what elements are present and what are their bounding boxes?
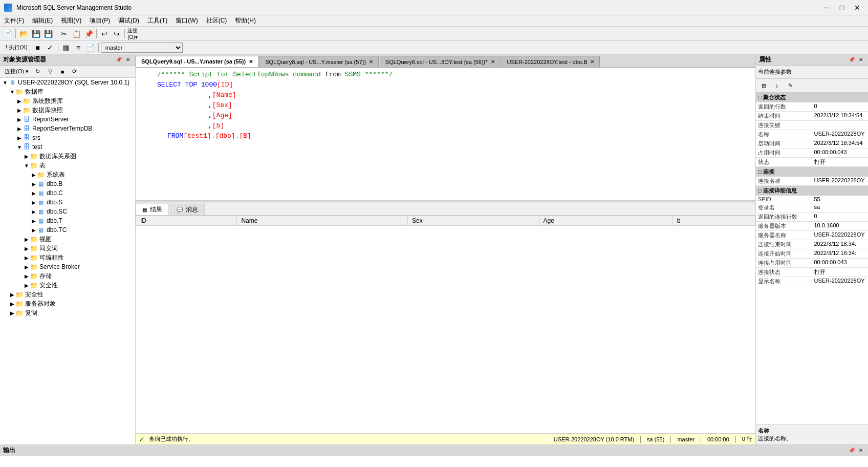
tree-views[interactable]: ▶ 📁 视图 [0,235,135,244]
menu-edit[interactable]: 编辑(E) [28,15,57,26]
save-all-button[interactable]: 💾 [42,28,54,39]
repl-toggle[interactable]: ▶ [9,310,15,316]
dbosc-toggle[interactable]: ▶ [31,208,37,215]
results-grid-button[interactable]: ▦ [60,42,72,53]
prop-sort-alpha-button[interactable]: ↕ [771,80,783,91]
tree-dbo-tc[interactable]: ▶ ▦ dbo.TC [0,225,135,235]
tree-dbdiagram[interactable]: ▶ 📁 数据库关系图 [0,152,135,161]
tree-reportservertempdb[interactable]: ▶ 🗄 ReportServerTempDB [0,124,135,133]
tree-dbo-b[interactable]: ▶ ▦ dbo.B [0,179,135,188]
test-toggle[interactable]: ▼ [16,144,23,150]
tabuser-close[interactable]: ✕ [590,59,594,65]
output-controls[interactable]: 📌 ✕ [848,447,865,455]
syn-toggle[interactable]: ▶ [24,245,30,251]
tree-storage[interactable]: ▶ 📁 存储 [0,271,135,281]
oe-refresh-button[interactable]: ↻ [32,66,44,77]
tree-replication[interactable]: ▶ 📁 复制 [0,308,135,317]
oe-connect-button[interactable]: 连接(O) ▾ [2,67,31,77]
close-button[interactable]: ✕ [851,3,864,13]
dbob-toggle[interactable]: ▶ [31,181,37,187]
title-bar-controls[interactable]: ─ □ ✕ [820,3,864,13]
cut-button[interactable]: ✂ [58,28,70,39]
tree-synonyms[interactable]: ▶ 📁 同义词 [0,244,135,253]
open-button[interactable]: 📂 [18,28,29,39]
query-editor[interactable]: /****** Script for SelectTopNRows comman… [136,68,755,201]
oe-filter-button[interactable]: ▽ [45,66,56,77]
tree-system-db[interactable]: ▶ 📁 系统数据库 [0,96,135,105]
database-selector[interactable]: master test [101,43,183,53]
stor-toggle[interactable]: ▶ [24,273,30,279]
oe-stop-button[interactable]: ■ [57,66,68,77]
srs-toggle[interactable]: ▶ [16,135,23,141]
menu-debug[interactable]: 调试(D) [114,15,143,26]
save-button[interactable]: 💾 [30,28,41,39]
tree-databases-folder[interactable]: ▼ 📁 数据库 [0,87,135,96]
systbl-toggle[interactable]: ▶ [31,172,37,178]
prop-custom-button[interactable]: ✎ [785,80,796,91]
parse-button[interactable]: ✓ [45,42,56,53]
sysdb-toggle[interactable]: ▶ [16,98,23,104]
results-tab[interactable]: ▦ 结果 [136,204,169,215]
panel-close-button[interactable]: ✕ [124,56,132,64]
tree-server-objects[interactable]: ▶ 📁 服务器对象 [0,299,135,308]
tree-programmability[interactable]: ▶ 📁 可编程性 [0,253,135,262]
tree-reportserver[interactable]: ▶ 🗄 ReportServer [0,115,135,124]
tree-dbo-sc[interactable]: ▶ ▦ dbo.SC [0,207,135,216]
pin-button[interactable]: 📌 [115,56,123,64]
redo-button[interactable]: ↪ [111,28,122,39]
srvobj-toggle[interactable]: ▶ [9,301,15,307]
tree-sys-tables[interactable]: ▶ 📁 系统表 [0,170,135,179]
menu-window[interactable]: 窗口(W) [171,15,202,26]
tree-dbo-c[interactable]: ▶ ▦ dbo.C [0,188,135,198]
undo-button[interactable]: ↩ [99,28,110,39]
views-toggle[interactable]: ▶ [24,236,30,242]
panel-header-controls[interactable]: 📌 ✕ [115,56,132,64]
tab-user[interactable]: USER-20220228OY.test - dbo.B ✕ [502,56,600,67]
secsub-toggle[interactable]: ▶ [24,282,30,288]
menu-file[interactable]: 文件(F) [0,15,28,26]
menu-community[interactable]: 社区(C) [202,15,231,26]
tree-security-sub[interactable]: ▶ 📁 安全性 [0,281,135,290]
tree-test-db[interactable]: ▼ 🗄 test [0,142,135,152]
tab-query8[interactable]: SQLQuery8.sql - US...Y.master (sa (57)) … [259,56,379,67]
prop-close-button[interactable]: ✕ [857,56,865,64]
tree-security-top[interactable]: ▶ 📁 安全性 [0,290,135,299]
tree-db-snapshot[interactable]: ▶ 📁 数据库快照 [0,105,135,115]
dboc-toggle[interactable]: ▶ [31,190,37,196]
menu-project[interactable]: 项目(P) [85,15,114,26]
tab-query9[interactable]: SQLQuery9.sql - US...Y.master (sa (55)) … [136,56,258,67]
tree-server-node[interactable]: ▼ 🖥 USER-20220228OY (SQL Server 10.0.1) [0,78,135,87]
tree-dbo-t[interactable]: ▶ ▦ dbo.T [0,216,135,225]
menu-tools[interactable]: 工具(T) [143,15,171,26]
tab6-close[interactable]: ✕ [491,59,495,65]
tree-tables-folder[interactable]: ▼ 📁 表 [0,161,135,170]
tree-srs[interactable]: ▶ 🗄 srs [0,133,135,142]
sb-toggle[interactable]: ▶ [24,264,30,270]
messages-tab[interactable]: 💬 消息 [170,204,205,215]
connect-button[interactable]: 连接(O)▾ [127,28,138,39]
server-toggle[interactable]: ▼ [2,79,8,86]
tree-dbo-s[interactable]: ▶ ▦ dbo.S [0,198,135,207]
dbos-toggle[interactable]: ▶ [31,199,37,205]
output-pin-button[interactable]: 📌 [848,447,856,455]
dbot-toggle[interactable]: ▶ [31,218,37,224]
databases-toggle[interactable]: ▼ [9,89,15,95]
prop-panel-controls[interactable]: 📌 ✕ [848,56,865,64]
paste-button[interactable]: 📌 [83,28,94,39]
menu-help[interactable]: 帮助(H) [231,15,260,26]
tab8-close[interactable]: ✕ [369,59,373,65]
tables-toggle[interactable]: ▼ [24,162,30,168]
rstmp-toggle[interactable]: ▶ [16,125,23,132]
dbdiag-toggle[interactable]: ▶ [24,153,30,159]
minimize-button[interactable]: ─ [820,3,833,13]
stop-button[interactable]: ■ [32,42,44,53]
rs-toggle[interactable]: ▶ [16,116,23,122]
output-close-button[interactable]: ✕ [857,447,865,455]
prop-sort-cat-button[interactable]: ⊞ [758,80,769,91]
results-text-button[interactable]: ≡ [73,42,84,53]
menu-view[interactable]: 视图(V) [57,15,85,26]
dbotc-toggle[interactable]: ▶ [31,227,37,233]
prog-toggle[interactable]: ▶ [24,254,30,261]
execute-button[interactable]: ! 执行(X) [2,42,31,53]
prop-pin-button[interactable]: 📌 [848,56,856,64]
